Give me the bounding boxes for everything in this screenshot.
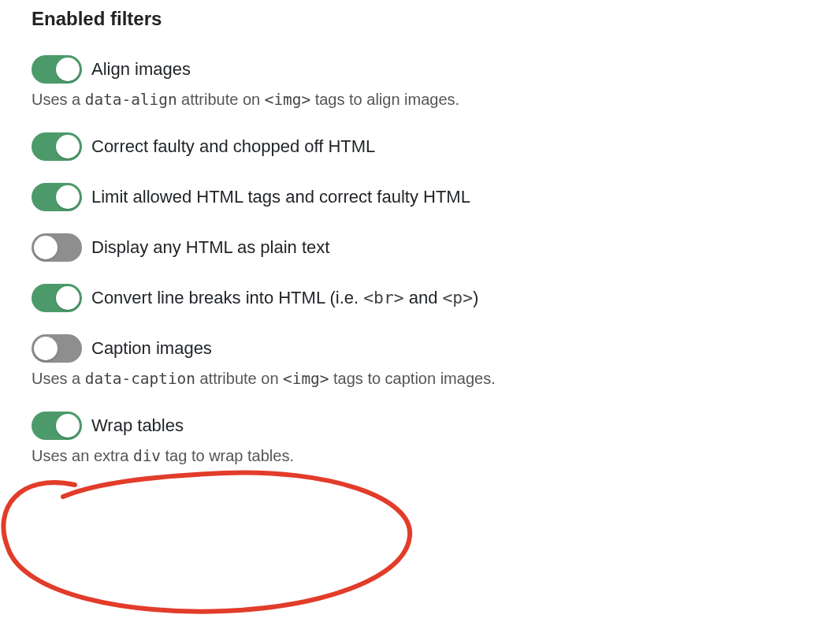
filter-label-convert-line-breaks: Convert line breaks into HTML (i.e. <br>… (91, 288, 478, 308)
filter-correct-faulty-html: Correct faulty and chopped off HTML (32, 132, 808, 161)
filter-convert-line-breaks: Convert line breaks into HTML (i.e. <br>… (32, 284, 808, 312)
toggle-align-images[interactable] (32, 55, 82, 84)
filter-label-wrap-tables: Wrap tables (91, 415, 184, 436)
toggle-convert-line-breaks[interactable] (32, 284, 82, 312)
toggle-knob (56, 58, 80, 81)
filter-label-limit-allowed-html-tags: Limit allowed HTML tags and correct faul… (91, 187, 470, 207)
toggle-display-any-html-plain-text[interactable] (32, 233, 82, 262)
toggle-knob (56, 185, 80, 209)
filter-label-align-images: Align images (91, 59, 191, 80)
toggle-limit-allowed-html-tags[interactable] (32, 183, 82, 211)
filter-label-caption-images: Caption images (91, 338, 212, 359)
toggle-correct-faulty-html[interactable] (32, 132, 82, 161)
enabled-filters-heading: Enabled filters (32, 8, 808, 30)
toggle-knob (34, 236, 58, 259)
toggle-knob (56, 135, 80, 158)
filter-wrap-tables: Wrap tablesUses an extra div tag to wrap… (32, 412, 808, 467)
filter-label-display-any-html-plain-text: Display any HTML as plain text (91, 237, 329, 258)
filter-limit-allowed-html-tags: Limit allowed HTML tags and correct faul… (32, 183, 808, 211)
filter-caption-images: Caption imagesUses a data-caption attrib… (32, 334, 808, 389)
filter-description-caption-images: Uses a data-caption attribute on <img> t… (32, 367, 808, 389)
toggle-wrap-tables[interactable] (32, 412, 82, 440)
annotation-circle (0, 461, 445, 627)
filter-description-align-images: Uses a data-align attribute on <img> tag… (32, 88, 808, 110)
toggle-knob (56, 414, 80, 438)
toggle-caption-images[interactable] (32, 334, 82, 363)
filter-description-wrap-tables: Uses an extra div tag to wrap tables. (32, 445, 808, 467)
toggle-knob (56, 286, 80, 310)
filter-display-any-html-plain-text: Display any HTML as plain text (32, 233, 808, 262)
toggle-knob (34, 337, 58, 360)
filter-label-correct-faulty-html: Correct faulty and chopped off HTML (91, 136, 375, 157)
filter-align-images: Align imagesUses a data-align attribute … (32, 55, 808, 110)
